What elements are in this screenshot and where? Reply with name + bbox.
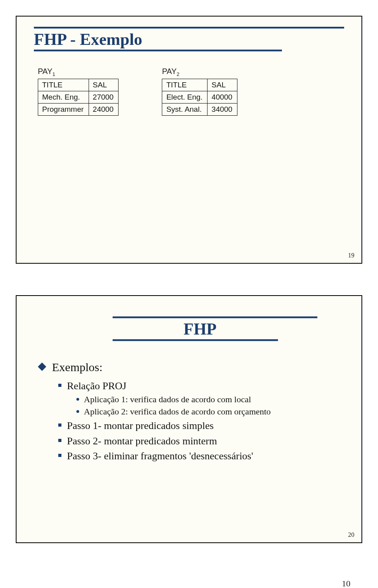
square-icon	[58, 384, 61, 387]
data-table: TITLE SAL Elect. Eng. 40000 Syst. Anal. …	[162, 79, 237, 116]
table-header-row: TITLE SAL	[38, 79, 119, 91]
bullet-level2: Passo 1- montar predicados simples	[58, 420, 344, 433]
bullet-level3: Aplicação 1: verifica dados de acordo co…	[76, 394, 344, 405]
bullet-text: Aplicação 2: verifica dados de acordo co…	[84, 406, 271, 418]
title-rule-bottom	[113, 339, 278, 341]
table-row: Syst. Anal. 34000	[162, 104, 237, 116]
data-table: TITLE SAL Mech. Eng. 27000 Programmer 24…	[38, 79, 119, 116]
bullet-content: ◆ Exemplos: Relação PROJ Aplicação 1: ve…	[38, 361, 344, 463]
bullet-level2: Relação PROJ	[58, 380, 344, 393]
cell: Programmer	[38, 104, 89, 116]
table-pay2: PAY2 TITLE SAL Elect. Eng. 40000 Syst. A…	[162, 67, 237, 116]
cell: Syst. Anal.	[162, 104, 208, 116]
square-icon	[58, 454, 61, 457]
table-name: PAY2	[162, 67, 237, 77]
table-row: Programmer 24000	[38, 104, 119, 116]
table-name-sub: 1	[52, 71, 55, 77]
col-header: TITLE	[38, 79, 89, 91]
bullet-text: Passo 1- montar predicados simples	[67, 420, 214, 433]
bullet-text: Passo 3- eliminar fragmentos 'desnecessá…	[67, 450, 253, 463]
col-header: TITLE	[162, 79, 208, 91]
bullet-text: Relação PROJ	[67, 380, 126, 393]
table-row: Mech. Eng. 27000	[38, 91, 119, 104]
col-header: SAL	[208, 79, 237, 91]
cell: 24000	[89, 104, 119, 116]
cell: 27000	[89, 91, 119, 104]
dot-icon	[76, 410, 79, 413]
table-name-base: PAY	[162, 67, 176, 76]
bullet-text: Aplicação 1: verifica dados de acordo co…	[84, 394, 251, 405]
cell: Mech. Eng.	[38, 91, 89, 104]
slide-number: 19	[348, 252, 354, 259]
table-name-sub: 2	[176, 71, 179, 77]
dot-icon	[76, 398, 79, 401]
table-name: PAY1	[38, 67, 119, 77]
table-pay1: PAY1 TITLE SAL Mech. Eng. 27000 Programm…	[38, 67, 119, 116]
square-icon	[58, 439, 61, 442]
slide-number: 20	[348, 531, 354, 538]
bullet-level2: Passo 3- eliminar fragmentos 'desnecessá…	[58, 450, 344, 463]
square-icon	[58, 423, 61, 427]
bullet-level2: Passo 2- montar predicados minterm	[58, 435, 344, 448]
title-rule-bottom	[34, 50, 282, 51]
bullet-text: Passo 2- montar predicados minterm	[67, 435, 217, 448]
diamond-icon: ◆	[38, 361, 46, 372]
title-block: FHP - Exemplo	[34, 27, 344, 51]
table-name-base: PAY	[38, 67, 52, 76]
slide-2: FHP ◆ Exemplos: Relação PROJ Aplicação 1…	[16, 295, 362, 543]
cell: Elect. Eng.	[162, 91, 208, 104]
cell: 34000	[208, 104, 237, 116]
col-header: SAL	[89, 79, 119, 91]
document-page-number: 10	[12, 575, 366, 588]
slide-title: FHP	[113, 318, 344, 339]
title-block: FHP	[34, 316, 344, 341]
cell: 40000	[208, 91, 237, 104]
table-row: Elect. Eng. 40000	[162, 91, 237, 104]
tables-row: PAY1 TITLE SAL Mech. Eng. 27000 Programm…	[38, 67, 344, 116]
bullet-level1: ◆ Exemplos:	[38, 361, 344, 374]
bullet-text: Exemplos:	[52, 361, 102, 374]
table-header-row: TITLE SAL	[162, 79, 237, 91]
slide-1: FHP - Exemplo PAY1 TITLE SAL Mech. Eng. …	[16, 16, 362, 264]
slide-title: FHP - Exemplo	[34, 28, 344, 50]
bullet-level3: Aplicação 2: verifica dados de acordo co…	[76, 406, 344, 418]
